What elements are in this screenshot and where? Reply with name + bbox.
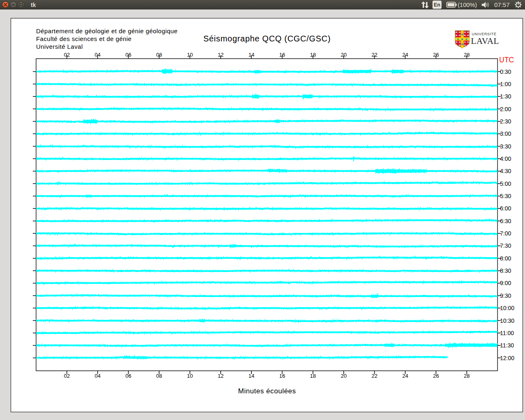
svg-text:07:57: 07:57 — [494, 1, 510, 8]
svg-text:En: En — [434, 2, 441, 8]
svg-text:(100%): (100%) — [458, 2, 477, 8]
svg-text:tk: tk — [31, 2, 36, 8]
